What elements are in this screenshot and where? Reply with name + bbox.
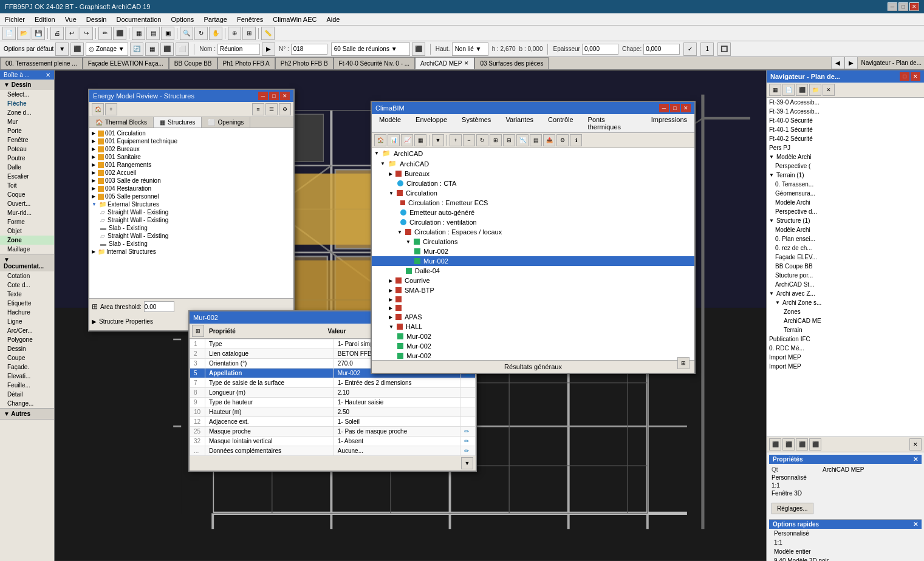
zonage-dropdown[interactable]: ◎ Zonage ▼ xyxy=(86,42,128,56)
maximize-btn[interactable]: □ xyxy=(898,2,908,11)
tab-7[interactable]: 03 Surfaces des pièces xyxy=(474,57,549,69)
menu-options[interactable]: Options xyxy=(166,13,199,25)
tab-6-close[interactable]: ✕ xyxy=(464,60,469,66)
menu-partage[interactable]: Partage xyxy=(199,13,232,25)
clima-row-dalle04[interactable]: Dalle-04 xyxy=(372,266,694,276)
nav-ft39-1[interactable]: Ft-39-1 Accessib... xyxy=(767,107,924,116)
sidebar-polygone[interactable]: Polygone xyxy=(0,335,54,344)
reglages-button[interactable]: Réglages... xyxy=(772,503,813,514)
emr-title-bar[interactable]: Energy Model Review - Structures ─ □ ✕ xyxy=(89,90,293,102)
pencil-btn[interactable]: ✏ xyxy=(98,27,112,40)
clima-max-btn[interactable]: □ xyxy=(670,104,680,112)
sidebar-elevati[interactable]: Elevati... xyxy=(0,372,54,381)
clima-info-btn[interactable]: ℹ xyxy=(570,134,582,146)
clima-row-mur002-1[interactable]: Mur-002 xyxy=(372,246,694,256)
qo-item-2[interactable]: Modèle entier xyxy=(769,547,922,556)
nav-archicad-me[interactable]: ArchiCAD ME xyxy=(767,316,924,325)
emr-row-2[interactable]: ▶ 002 Bureaux xyxy=(91,145,292,153)
nav-0-plan[interactable]: 0. Plan ensei... xyxy=(767,234,924,243)
clima-menu-impressions[interactable]: Impressions xyxy=(644,114,694,132)
view-btn2[interactable]: ▤ xyxy=(146,27,160,40)
canvas-area[interactable]: Energy Model Review - Structures ─ □ ✕ 🏠… xyxy=(55,70,766,561)
nav-rdc-me[interactable]: 0. RDC Mé... xyxy=(767,344,924,353)
nav-btn4[interactable]: 📁 xyxy=(809,84,821,96)
sidebar-objet[interactable]: Objet xyxy=(0,226,54,236)
nav-ft39-0[interactable]: Ft-39-0 Accessib... xyxy=(767,98,924,107)
emr-row-11[interactable]: ▱ Straight Wall - Existing xyxy=(91,216,292,224)
sidebar-ligne[interactable]: Ligne xyxy=(0,317,54,326)
tab-left-btn[interactable]: ◀ xyxy=(831,57,844,69)
nav-modele-archi[interactable]: ▼ Modèle Archi xyxy=(767,152,924,162)
sidebar-toit[interactable]: Toit xyxy=(0,181,54,190)
grid-btn[interactable]: ⊞ xyxy=(242,27,256,40)
nav-scroll-btn1[interactable]: ⬛ xyxy=(769,438,781,450)
nav-structure[interactable]: ▼ Structure (1) xyxy=(767,216,924,225)
nom-arrow[interactable]: ▶ xyxy=(262,42,275,56)
nav-btn5[interactable]: ✕ xyxy=(823,84,835,96)
nav-archi-z[interactable]: ▼ Archi avec Z... xyxy=(767,289,924,298)
nav-perspective-d[interactable]: Perspective d... xyxy=(767,207,924,216)
nav-bb-coupe[interactable]: BB Coupe BB xyxy=(767,262,924,271)
mur-row-9[interactable]: 9 Type de hauteur 1- Hauteur saisie xyxy=(190,398,476,407)
clima-close-btn[interactable]: ✕ xyxy=(681,104,691,112)
clima-row-empty1[interactable]: ▶ xyxy=(372,295,694,304)
nav-archicad-st[interactable]: ArchiCAD St... xyxy=(767,280,924,289)
nav-0-rez[interactable]: 0. rez de ch... xyxy=(767,243,924,253)
mur-row-8[interactable]: 8 Longueur (m) 2.10 xyxy=(190,388,476,398)
clima-export-btn[interactable]: 📤 xyxy=(543,134,555,146)
emr-close-btn[interactable]: ✕ xyxy=(280,92,290,100)
nav-expand-btn[interactable]: □ xyxy=(900,72,909,81)
emr-settings-btn[interactable]: ⚙ xyxy=(279,103,291,115)
measure-btn[interactable]: 📏 xyxy=(261,27,275,40)
emr-list2-btn[interactable]: ☰ xyxy=(265,103,278,115)
nav-terrain-2[interactable]: Terrain xyxy=(767,325,924,335)
clima-row-circ-main[interactable]: ▼ Circulation xyxy=(372,188,694,198)
sidebar-escalier[interactable]: Escalier xyxy=(0,172,54,181)
nav-ft40-2[interactable]: Ft-40-2 Sécurité xyxy=(767,134,924,143)
sidebar-hachure[interactable]: Hachure xyxy=(0,308,54,317)
print-btn[interactable]: 🖨 xyxy=(50,27,64,40)
clima-chart2-btn[interactable]: 📉 xyxy=(516,134,529,146)
documentat-header[interactable]: ▼ Documentat... xyxy=(0,254,54,271)
sidebar-facade[interactable]: Façade. xyxy=(0,362,54,372)
mur-row-32[interactable]: 32 Masque lointain vertical 1- Absent ✏ xyxy=(190,437,476,446)
tab-4[interactable]: Ph2 Photo FFB B xyxy=(275,57,334,69)
emr-tab-thermal[interactable]: 🏠 Thermal Blocks xyxy=(89,117,154,127)
nav-scroll-btn3[interactable]: ⬛ xyxy=(796,438,808,450)
clima-menu-modele[interactable]: Modèle xyxy=(372,114,408,132)
nav-facade-elev[interactable]: Façade ELEV... xyxy=(767,253,924,262)
clima-archicad-btn[interactable]: 🏠 xyxy=(374,134,386,146)
threshold-input[interactable] xyxy=(144,301,174,312)
nav-pub-ifc[interactable]: Publication IFC xyxy=(767,335,924,344)
mur-filter-btn[interactable]: ⊞ xyxy=(192,325,204,337)
sidebar-porte[interactable]: Porte xyxy=(0,126,54,135)
sidebar-zone[interactable]: Zone xyxy=(0,236,54,245)
tab-0[interactable]: 00. Terrassement pleine ... xyxy=(0,57,83,69)
tab-6[interactable]: ArchiCAD MEP ✕ xyxy=(415,57,474,69)
emr-row-14[interactable]: ▬ Slab - Existing xyxy=(91,240,292,248)
tab-3[interactable]: Ph1 Photo FFB A xyxy=(217,57,275,69)
sidebar-forme[interactable]: Forme xyxy=(0,217,54,226)
qo-item-0[interactable]: Personnalisé xyxy=(769,529,922,538)
sidebar-detail[interactable]: Détail xyxy=(0,390,54,399)
sidebar-cote-d[interactable]: Cote d... xyxy=(0,280,54,290)
room-dropdown[interactable]: 60 Salle de réunions ▼ xyxy=(331,42,410,56)
nav-ft40-0[interactable]: Ft-40-0 Sécurité xyxy=(767,116,924,125)
clima-minus-btn[interactable]: − xyxy=(463,134,475,146)
clima-row-courrive[interactable]: ▶ Courrive xyxy=(372,276,694,285)
sidebar-dalle[interactable]: Dalle xyxy=(0,163,54,172)
qo-item-3[interactable]: 9 40 Modèle 3D noir xyxy=(769,556,922,561)
clima-expand-btn[interactable]: ⊞ xyxy=(677,357,690,369)
icon-btn3[interactable]: ▦ xyxy=(145,42,159,56)
check-btn[interactable]: ✓ xyxy=(683,42,697,56)
sidebar-ouvert[interactable]: Ouvert... xyxy=(0,199,54,208)
mur-row-7[interactable]: 7 Type de saisie de la surface 1- Entrée… xyxy=(190,378,476,388)
nav-archi-zone-s[interactable]: ▼ Archi Zone s... xyxy=(767,298,924,307)
save-btn[interactable]: 💾 xyxy=(32,27,45,40)
nav-import-mep1[interactable]: Import MEP xyxy=(767,353,924,362)
props-expand[interactable]: ✕ xyxy=(913,456,918,463)
emr-tab-openings[interactable]: ⬜ Openings xyxy=(202,117,250,127)
emr-row-4[interactable]: ▶ 001 Rangements xyxy=(91,161,292,169)
menu-climawin[interactable]: ClimaWin AEC xyxy=(268,13,321,25)
clima-menu-systemes[interactable]: Systèmes xyxy=(454,114,498,132)
